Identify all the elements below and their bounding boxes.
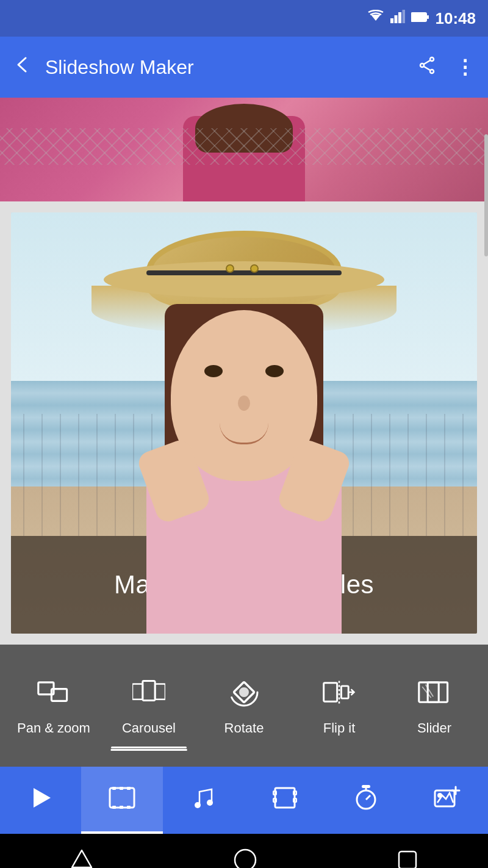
svg-rect-20 xyxy=(324,682,337,701)
nav-recent-button[interactable] xyxy=(395,848,420,868)
svg-marker-51 xyxy=(72,850,92,867)
svg-rect-32 xyxy=(112,806,116,809)
anim-label-rotate: Rotate xyxy=(224,720,264,736)
svg-point-52 xyxy=(235,850,256,868)
svg-rect-22 xyxy=(341,685,348,698)
tab-video[interactable] xyxy=(81,767,162,834)
active-indicator xyxy=(111,747,187,748)
main-photo-card: Many animation styles xyxy=(11,212,477,634)
share-button[interactable] xyxy=(417,56,437,79)
carousel-icon xyxy=(132,676,165,713)
wifi-icon xyxy=(367,10,384,27)
svg-rect-3 xyxy=(398,12,401,23)
add-photo-icon xyxy=(434,786,461,816)
back-button[interactable] xyxy=(12,54,33,80)
svg-rect-29 xyxy=(112,787,116,790)
status-time: 10:48 xyxy=(436,9,476,28)
svg-rect-2 xyxy=(394,15,397,23)
svg-rect-53 xyxy=(399,852,416,868)
slider-icon xyxy=(418,676,451,713)
scrollbar[interactable] xyxy=(483,98,488,647)
flip-icon xyxy=(323,676,356,713)
anim-label-flip: Flip it xyxy=(323,720,356,736)
animation-toolbar: Pan & zoom Carousel Rota xyxy=(0,645,488,767)
svg-point-19 xyxy=(240,689,248,696)
anim-label-slider: Slider xyxy=(417,720,451,736)
nav-home-button[interactable] xyxy=(232,847,259,868)
svg-line-25 xyxy=(422,687,431,698)
app-title: Slideshow Maker xyxy=(45,56,405,79)
photo-display: Many animation styles xyxy=(11,212,477,634)
anim-item-slider[interactable]: Slider xyxy=(387,670,482,742)
rotate-icon xyxy=(228,676,260,713)
scrollbar-thumb[interactable] xyxy=(484,134,488,256)
status-icons: 10:48 xyxy=(367,9,476,28)
anim-item-flip[interactable]: Flip it xyxy=(292,670,387,742)
pan-zoom-icon xyxy=(37,676,70,713)
svg-rect-46 xyxy=(362,785,370,788)
tab-timer[interactable] xyxy=(325,767,406,834)
timer-icon xyxy=(354,785,378,816)
anim-label-pan-zoom: Pan & zoom xyxy=(17,720,90,736)
anim-item-pan-zoom[interactable]: Pan & zoom xyxy=(6,670,101,742)
svg-rect-1 xyxy=(390,18,393,23)
svg-line-10 xyxy=(424,60,430,64)
tab-music[interactable] xyxy=(163,767,244,834)
tab-play[interactable] xyxy=(0,767,81,834)
svg-rect-34 xyxy=(127,806,131,809)
navigation-bar xyxy=(0,834,488,868)
svg-rect-16 xyxy=(155,684,165,699)
video-icon xyxy=(109,786,135,816)
hat-decoration-1 xyxy=(226,264,234,273)
svg-rect-6 xyxy=(427,15,429,19)
music-icon xyxy=(192,786,214,816)
signal-icon xyxy=(390,10,405,27)
svg-marker-27 xyxy=(34,788,51,808)
svg-rect-30 xyxy=(120,787,123,790)
app-bar: Slideshow Maker ⋮ xyxy=(0,37,488,98)
svg-point-48 xyxy=(437,793,442,798)
svg-line-45 xyxy=(366,795,370,800)
top-image-preview xyxy=(0,98,488,201)
svg-rect-14 xyxy=(132,684,143,699)
svg-rect-15 xyxy=(143,681,155,700)
hat-band xyxy=(146,270,342,275)
hat-decoration-2 xyxy=(250,264,259,273)
svg-rect-4 xyxy=(402,10,405,23)
svg-rect-37 xyxy=(275,788,295,808)
trim-icon xyxy=(273,786,297,816)
nav-back-button[interactable] xyxy=(68,847,95,868)
svg-rect-31 xyxy=(127,787,131,790)
status-bar: 10:48 xyxy=(0,0,488,37)
anim-item-rotate[interactable]: Rotate xyxy=(196,670,292,742)
svg-marker-0 xyxy=(371,15,381,21)
svg-point-35 xyxy=(195,802,201,808)
svg-line-11 xyxy=(424,67,430,70)
tab-trim[interactable] xyxy=(244,767,325,834)
svg-rect-5 xyxy=(411,13,426,21)
svg-rect-23 xyxy=(419,682,439,701)
anim-label-carousel: Carousel xyxy=(122,720,176,736)
anim-item-carousel[interactable]: Carousel xyxy=(101,670,196,742)
battery-icon xyxy=(411,12,429,25)
tab-add-photo[interactable] xyxy=(407,767,488,834)
svg-rect-33 xyxy=(120,806,123,809)
svg-point-36 xyxy=(207,800,213,806)
more-button[interactable]: ⋮ xyxy=(455,56,476,79)
svg-rect-28 xyxy=(110,788,134,808)
app-bar-actions: ⋮ xyxy=(417,56,476,79)
bottom-tab-bar xyxy=(0,767,488,834)
play-icon xyxy=(29,786,53,816)
